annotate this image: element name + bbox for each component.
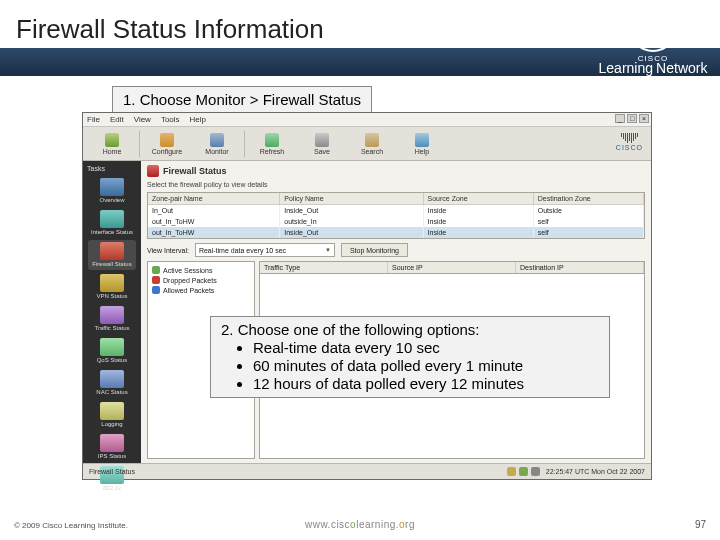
- logo: CISCO Learning Network INSTITUTE: [598, 4, 708, 84]
- help-icon: [415, 133, 429, 147]
- cisco-brand: CISCO: [616, 133, 643, 152]
- vpn-icon: [100, 274, 124, 292]
- table-row[interactable]: out_In_ToHWInside_OutInsideself: [148, 227, 644, 238]
- sessions-icon: [152, 266, 160, 274]
- panel-header: Firewall Status: [147, 165, 645, 177]
- app-window: File Edit View Tools Help _ □ × Home Con…: [82, 112, 652, 480]
- policy-table-header: Zone-pair Name Policy Name Source Zone D…: [148, 193, 644, 205]
- monitor-button[interactable]: Monitor: [194, 129, 240, 159]
- list-item: Real-time data every 10 sec: [253, 339, 599, 357]
- status-left: Firewall Status: [89, 468, 135, 475]
- refresh-icon: [265, 133, 279, 147]
- sidebar-item-nac-status[interactable]: NAC Status: [88, 368, 136, 398]
- menu-file[interactable]: File: [87, 115, 100, 124]
- refresh-button[interactable]: Refresh: [249, 129, 295, 159]
- slide-title: Firewall Status Information: [16, 14, 324, 45]
- toolbar: Home Configure Monitor Refresh Save Sear…: [83, 127, 651, 161]
- status-icons: [507, 467, 540, 476]
- tree-item-dropped-packets[interactable]: Dropped Packets: [150, 275, 252, 285]
- search-icon: [365, 133, 379, 147]
- list-item: 12 hours of data polled every 12 minutes: [253, 375, 599, 393]
- col-destination-zone[interactable]: Destination Zone: [534, 193, 644, 205]
- stop-monitoring-button[interactable]: Stop Monitoring: [341, 243, 408, 257]
- gear-icon: [160, 133, 174, 147]
- nac-icon: [100, 370, 124, 388]
- allowed-icon: [152, 286, 160, 294]
- sidebar-item-ips-status[interactable]: IPS Status: [88, 432, 136, 462]
- maximize-button[interactable]: □: [627, 114, 637, 123]
- policy-table[interactable]: Zone-pair Name Policy Name Source Zone D…: [147, 192, 645, 239]
- firewall-status-icon: [147, 165, 159, 177]
- tree-item-allowed-packets[interactable]: Allowed Packets: [150, 285, 252, 295]
- toolbar-separator: [139, 131, 140, 157]
- window-controls: _ □ ×: [615, 114, 649, 123]
- panel-hint: Select the firewall policy to view detai…: [147, 181, 645, 188]
- callout-2-list: Real-time data every 10 sec 60 minutes o…: [253, 339, 599, 393]
- sidebar-item-qos-status[interactable]: QoS Status: [88, 336, 136, 366]
- monitor-icon: [210, 133, 224, 147]
- sidebar-item-firewall-status[interactable]: Firewall Status: [88, 240, 136, 270]
- col-source-ip[interactable]: Source IP: [388, 262, 516, 273]
- callout-2-lead: 2. Choose one of the following options:: [221, 321, 599, 339]
- menu-edit[interactable]: Edit: [110, 115, 124, 124]
- col-traffic-type[interactable]: Traffic Type: [260, 262, 388, 273]
- dropped-icon: [152, 276, 160, 284]
- sidebar-item-interface-status[interactable]: Interface Status: [88, 208, 136, 238]
- status-icon: [531, 467, 540, 476]
- save-button[interactable]: Save: [299, 129, 345, 159]
- callout-step-1: 1. Choose Monitor > Firewall Status: [112, 86, 372, 113]
- footer-copyright: © 2009 Cisco Learning Institute.: [14, 521, 128, 530]
- footer-url: www.ciscolearning.org: [305, 519, 415, 530]
- list-item: 60 minutes of data polled every 1 minute: [253, 357, 599, 375]
- interface-icon: [100, 210, 124, 228]
- main-panel: Firewall Status Select the firewall poli…: [141, 161, 651, 463]
- logo-text: Learning Network: [598, 63, 708, 75]
- app-body: Tasks Overview Interface Status Firewall…: [83, 161, 651, 463]
- help-button[interactable]: Help: [399, 129, 445, 159]
- home-icon: [105, 133, 119, 147]
- sidebar: Tasks Overview Interface Status Firewall…: [83, 161, 141, 463]
- home-button[interactable]: Home: [89, 129, 135, 159]
- col-policy-name[interactable]: Policy Name: [280, 193, 423, 205]
- sidebar-item-traffic-status[interactable]: Traffic Status: [88, 304, 136, 334]
- col-source-zone[interactable]: Source Zone: [424, 193, 534, 205]
- status-icon: [519, 467, 528, 476]
- view-controls: View Interval: Real-time data every 10 s…: [147, 243, 645, 257]
- search-button[interactable]: Search: [349, 129, 395, 159]
- slide-header: Firewall Status Information CISCO Learni…: [0, 0, 720, 80]
- sidebar-item-overview[interactable]: Overview: [88, 176, 136, 206]
- callout-1-text: 1. Choose Monitor > Firewall Status: [123, 91, 361, 108]
- menu-tools[interactable]: Tools: [161, 115, 180, 124]
- callout-step-2: 2. Choose one of the following options: …: [210, 316, 610, 398]
- traffic-icon: [100, 306, 124, 324]
- status-right: 22:25:47 UTC Mon Oct 22 2007: [546, 468, 645, 475]
- tree-item-active-sessions[interactable]: Active Sessions: [150, 265, 252, 275]
- sidebar-title: Tasks: [83, 165, 105, 172]
- view-interval-select[interactable]: Real-time data every 10 sec: [195, 243, 335, 257]
- save-icon: [315, 133, 329, 147]
- close-button[interactable]: ×: [639, 114, 649, 123]
- panel-title: Firewall Status: [163, 166, 227, 176]
- ips-icon: [100, 434, 124, 452]
- table-row[interactable]: out_In_ToHWoutside_InInsideself: [148, 216, 644, 227]
- configure-button[interactable]: Configure: [144, 129, 190, 159]
- sidebar-item-vpn-status[interactable]: VPN Status: [88, 272, 136, 302]
- logging-icon: [100, 402, 124, 420]
- menubar: File Edit View Tools Help _ □ ×: [83, 113, 651, 127]
- minimize-button[interactable]: _: [615, 114, 625, 123]
- view-interval-label: View Interval:: [147, 247, 189, 254]
- logo-sub: INSTITUTE: [598, 75, 708, 84]
- firewall-icon: [100, 242, 124, 260]
- cisco-bars-icon: [616, 133, 643, 143]
- toolbar-separator: [244, 131, 245, 157]
- statusbar: Firewall Status 22:25:47 UTC Mon Oct 22 …: [83, 463, 651, 479]
- col-zone-pair[interactable]: Zone-pair Name: [148, 193, 280, 205]
- status-icon: [507, 467, 516, 476]
- logo-circle-icon: [629, 4, 677, 52]
- sidebar-item-logging[interactable]: Logging: [88, 400, 136, 430]
- table-row[interactable]: In_OutInside_OutInsideOutside: [148, 205, 644, 216]
- qos-icon: [100, 338, 124, 356]
- col-destination-ip[interactable]: Destination IP: [516, 262, 644, 273]
- menu-help[interactable]: Help: [190, 115, 206, 124]
- menu-view[interactable]: View: [134, 115, 151, 124]
